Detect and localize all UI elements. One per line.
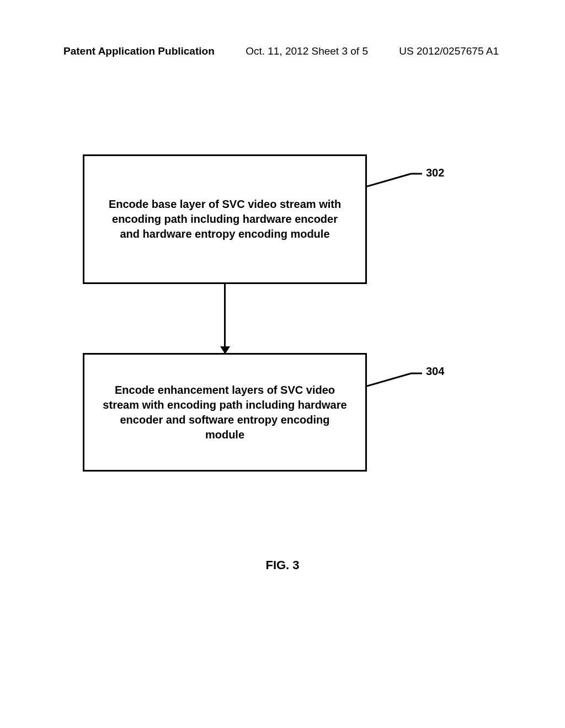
flowchart-box-302: Encode base layer of SVC video stream wi… [83,154,367,284]
callout-label-302: 302 [426,167,444,179]
box-304-text: Encode enhancement layers of SVC video s… [101,383,349,442]
callout-label-304: 304 [426,365,444,378]
header-right-text: US 2012/0257675 A1 [399,45,499,57]
header-left-text: Patent Application Publication [63,45,215,57]
svg-line-0 [367,174,411,186]
callout-line-302 [367,171,422,188]
flowchart-box-304: Encode enhancement layers of SVC video s… [83,353,367,472]
figure-caption: FIG. 3 [0,558,565,572]
flowchart-arrow [224,284,226,353]
callout-line-304 [367,371,422,387]
header-center-text: Oct. 11, 2012 Sheet 3 of 5 [246,45,368,57]
page-header: Patent Application Publication Oct. 11, … [0,45,565,57]
box-302-text: Encode base layer of SVC video stream wi… [101,197,349,242]
svg-line-2 [367,373,411,386]
